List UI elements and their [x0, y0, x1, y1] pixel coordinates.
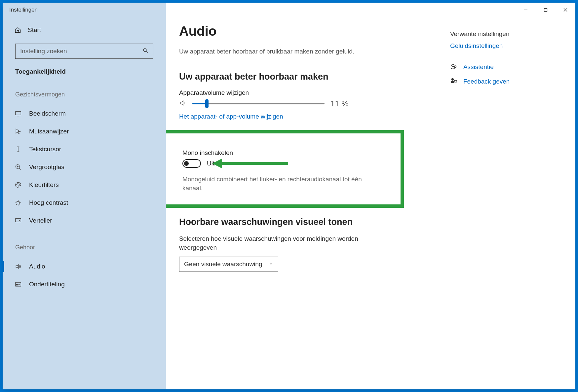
svg-rect-25 — [16, 218, 21, 222]
volume-slider[interactable] — [192, 103, 325, 104]
highlight-box: Mono inschakelen Uit Monogeluid combinee… — [166, 130, 404, 208]
close-button[interactable] — [556, 3, 575, 17]
home-label: Start — [28, 26, 41, 34]
feedback-link[interactable]: Feedback geven — [463, 78, 510, 85]
svg-point-4 — [143, 49, 146, 52]
minimize-button[interactable] — [516, 3, 536, 17]
feedback-icon — [450, 77, 457, 86]
assist-link[interactable]: Assistentie — [463, 63, 494, 71]
svg-line-22 — [19, 204, 20, 205]
text-cursor-icon — [15, 146, 22, 153]
nav-label: Kleurfilters — [29, 181, 59, 189]
sidebar: Start Toegankelijkheid Gezichtsvermogen … — [3, 17, 166, 389]
volume-link[interactable]: Het apparaat- of app-volume wijzigen — [179, 113, 283, 120]
audio-icon — [15, 263, 22, 270]
narrator-icon — [15, 218, 22, 224]
page-subtitle: Uw apparaat beter hoorbaar of bruikbaar … — [179, 48, 437, 55]
svg-point-13 — [17, 184, 17, 185]
svg-point-14 — [18, 183, 18, 184]
titlebar: Instellingen — [3, 3, 575, 17]
nav-label: Muisaanwijzer — [29, 128, 69, 135]
svg-line-5 — [146, 51, 148, 53]
nav-label: Beeldscherm — [29, 110, 66, 117]
assist-icon — [450, 63, 457, 71]
svg-line-24 — [19, 201, 20, 201]
search-input[interactable] — [20, 48, 142, 55]
nav-label: Audio — [29, 263, 45, 270]
nav-captions[interactable]: cc Ondertiteling — [3, 275, 166, 293]
section-visual: Hoorbare waarschuwingen visueel tonen — [179, 217, 437, 227]
sound-settings-link[interactable]: Geluidsinstellingen — [450, 42, 503, 50]
nav-narrator[interactable]: Verteller — [3, 212, 166, 230]
main-content: Audio Uw apparaat beter hoorbaar of brui… — [166, 17, 575, 389]
svg-point-15 — [19, 184, 20, 185]
page-title: Audio — [179, 24, 437, 39]
svg-point-30 — [451, 64, 454, 67]
nav-label: Verteller — [29, 217, 52, 224]
right-rail: Verwante instellingen Geluidsinstellinge… — [450, 24, 510, 389]
nav-label: Hoog contrast — [29, 199, 68, 206]
window-title: Instellingen — [9, 7, 38, 13]
search-icon — [142, 48, 148, 55]
palette-icon — [15, 182, 22, 188]
volume-percent: 11 % — [330, 99, 349, 108]
dropdown-value: Geen visuele waarschuwing — [184, 261, 262, 268]
speaker-icon — [179, 99, 186, 108]
cursor-icon — [15, 128, 22, 135]
svg-rect-1 — [544, 9, 547, 12]
chevron-down-icon — [269, 261, 273, 268]
svg-point-31 — [454, 66, 456, 68]
visual-description: Selecteren hoe visuele waarschuwingen vo… — [179, 234, 371, 252]
nav-label: Tekstcursor — [29, 146, 61, 153]
svg-point-16 — [17, 201, 19, 204]
svg-marker-29 — [212, 159, 222, 168]
nav-mouse-pointer[interactable]: Muisaanwijzer — [3, 123, 166, 140]
settings-window: Instellingen Start — [3, 3, 575, 389]
svg-line-10 — [19, 168, 21, 170]
svg-text:cc: cc — [16, 283, 19, 286]
window-controls — [516, 3, 575, 17]
magnifier-icon — [15, 164, 22, 170]
nav-text-cursor[interactable]: Tekstcursor — [3, 140, 166, 158]
related-settings-heading: Verwante instellingen — [450, 30, 510, 38]
mono-description: Monogeluid combineert het linker- en rec… — [182, 175, 367, 193]
display-icon — [15, 111, 22, 117]
nav-audio[interactable]: Audio — [3, 258, 166, 275]
maximize-button[interactable] — [536, 3, 556, 17]
search-box[interactable] — [15, 44, 153, 59]
visual-warning-dropdown[interactable]: Geen visuele waarschuwing — [179, 257, 278, 272]
section-register: Uw apparaat beter hoorbaar maken — [179, 72, 437, 82]
captions-icon: cc — [15, 282, 22, 287]
volume-label: Apparaatvolume wijzigen — [179, 89, 437, 96]
nav-color-filters[interactable]: Kleurfilters — [3, 176, 166, 194]
nav-magnifier[interactable]: Vergrootglas — [3, 158, 166, 176]
category-label: Toegankelijkheid — [3, 67, 166, 77]
mono-toggle[interactable] — [182, 159, 201, 168]
home-icon — [15, 27, 22, 33]
nav-high-contrast[interactable]: Hoog contrast — [3, 194, 166, 212]
svg-rect-33 — [451, 81, 454, 83]
group-vision: Gezichtsvermogen — [3, 88, 166, 101]
nav-label: Ondertiteling — [29, 281, 65, 288]
contrast-icon — [15, 199, 22, 206]
svg-line-23 — [16, 204, 17, 205]
home-button[interactable]: Start — [3, 23, 166, 37]
svg-rect-34 — [454, 80, 457, 82]
nav-display[interactable]: Beeldscherm — [3, 105, 166, 123]
svg-point-32 — [451, 78, 454, 81]
annotation-arrow-icon — [212, 159, 288, 168]
nav-label: Vergrootglas — [29, 163, 64, 171]
svg-line-21 — [16, 201, 17, 201]
group-hearing: Gehoor — [3, 241, 166, 254]
mono-label: Mono inschakelen — [182, 149, 401, 157]
svg-rect-6 — [16, 111, 21, 115]
